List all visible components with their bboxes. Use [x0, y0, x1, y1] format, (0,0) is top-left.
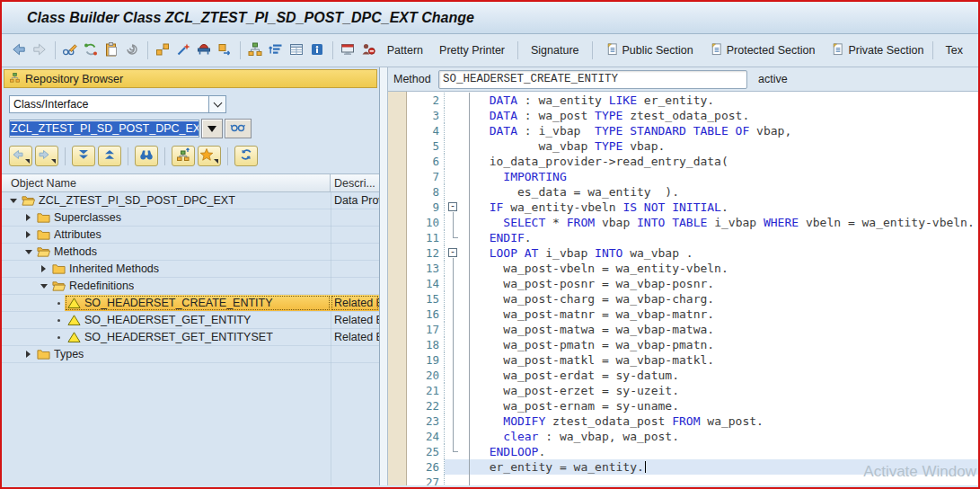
tree-item-description	[331, 346, 379, 362]
object-input-row: ZCL_ZTEST_PI_SD_POST_DPC_EXT	[9, 119, 372, 138]
main-toolbar: PatternPretty PrinterSignaturePublic Sec…	[2, 34, 978, 67]
tree-item-attributes[interactable]: Attributes	[2, 227, 379, 244]
code-line-11: 11 ENDIF.	[407, 230, 978, 245]
object-type-select[interactable]: Class/Interface	[9, 95, 226, 113]
refresh-button[interactable]	[81, 40, 102, 61]
tree-item-description	[331, 244, 379, 260]
expander-closed-icon[interactable]	[22, 231, 34, 238]
tree-item-types[interactable]: Types	[2, 346, 379, 363]
main-area: Repository Browser Class/Interface ZCL_Z…	[2, 67, 978, 485]
back-arrow-button[interactable]	[9, 40, 30, 61]
tree-item-zcl-ztest-pi-sd-post-dpc-ext[interactable]: ZCL_ZTEST_PI_SD_POST_DPC_EXTData Provi	[2, 192, 379, 209]
double-chevron-down-button[interactable]	[72, 146, 95, 166]
expander-open-icon[interactable]	[38, 284, 49, 289]
toolbar-button-tex[interactable]: Tex	[938, 40, 971, 61]
fold-column	[445, 184, 469, 200]
tree-item-inherited-methods[interactable]: Inherited Methods	[2, 261, 379, 278]
code-line-7: 7 IMPORTING	[407, 169, 978, 184]
nav-back-icon	[11, 147, 25, 164]
toolbar-button-signature[interactable]: Signature	[523, 40, 587, 61]
toolbar-button-label: Signature	[531, 44, 579, 57]
clipboard-button[interactable]	[102, 40, 122, 61]
nav-forward-button[interactable]	[35, 146, 58, 166]
gate-button[interactable]	[194, 40, 215, 61]
code-text: wa_post-erdat = sy-datum.	[469, 368, 978, 383]
folder-icon	[52, 262, 66, 275]
fold-column	[445, 429, 469, 444]
collapse-icon[interactable]: -	[448, 202, 457, 211]
fold-column	[445, 383, 469, 398]
tree-item-description	[331, 209, 379, 226]
line-number: 19	[407, 352, 445, 368]
tree-item-superclasses[interactable]: Superclasses	[2, 209, 379, 227]
code-line-15: 15 wa_post-charg = wa_vbap-charg.	[407, 291, 978, 307]
box-arrow-button[interactable]	[215, 40, 235, 61]
sort-bars-button[interactable]	[266, 40, 287, 61]
display-object-button[interactable]	[225, 119, 252, 138]
glasses-pencil-button[interactable]	[60, 40, 81, 61]
org-chart-icon	[247, 41, 263, 60]
star-button[interactable]	[198, 146, 221, 166]
toolbar-button-pattern[interactable]: Pattern	[379, 40, 431, 61]
code-text: IF wa_entity-vbeln IS NOT INITIAL.	[469, 200, 978, 215]
method-name-field[interactable]: SO_HEADERSET_CREATE_ENTITY	[438, 70, 747, 89]
panel-splitter[interactable]	[380, 67, 388, 485]
info-button[interactable]	[307, 40, 328, 61]
bullet-icon[interactable]	[53, 302, 65, 305]
forward-arrow-button[interactable]	[30, 40, 50, 61]
folder-open-icon	[52, 280, 66, 292]
org-chart-plus-button[interactable]	[172, 146, 195, 166]
binoculars-button[interactable]	[135, 146, 158, 166]
code-editor[interactable]: 2 DATA : wa_entity LIKE er_entity.3 DATA…	[388, 92, 978, 485]
expander-closed-icon[interactable]	[22, 214, 34, 221]
tree-item-name-cell: SO_HEADERSET_GET_ENTITY	[2, 312, 331, 328]
toolbar-button-public-section[interactable]: Public Section	[597, 40, 702, 61]
toolbar-button-protected-section[interactable]: Protected Section	[702, 40, 824, 61]
object-name-input[interactable]: ZCL_ZTEST_PI_SD_POST_DPC_EXT	[9, 120, 199, 138]
code-text: wa_vbap TYPE vbap.	[469, 138, 978, 154]
person-stop-button[interactable]	[358, 40, 379, 61]
code-line-23: 23 MODIFY ztest_odata_post FROM wa_post.	[407, 413, 978, 429]
tree-item-name-cell: SO_HEADERSET_CREATE_ENTITY	[2, 295, 331, 311]
fold-column	[445, 230, 469, 245]
bullet-icon[interactable]	[53, 319, 65, 322]
double-chevron-up-button[interactable]	[98, 146, 121, 166]
tree-item-so-headerset-get-entity[interactable]: SO_HEADERSET_GET_ENTITYRelated Er	[2, 312, 379, 329]
refresh-icon	[83, 41, 99, 60]
code-text: DATA : wa_post TYPE ztest_odata_post.	[469, 108, 978, 123]
tree-item-content: Inherited Methods	[49, 261, 331, 277]
chevron-down-icon[interactable]	[208, 96, 225, 112]
collapse-icon[interactable]: -	[448, 248, 457, 257]
expander-closed-icon[interactable]	[22, 351, 34, 358]
method-bar: Method SO_HEADERSET_CREATE_ENTITY active	[388, 67, 978, 92]
tree-item-so-headerset-get-entityset[interactable]: SO_HEADERSET_GET_ENTITYSETRelated Er	[2, 329, 379, 346]
wand-button[interactable]	[173, 40, 194, 61]
warning-triangle-icon	[67, 297, 81, 309]
boxes-create-button[interactable]	[153, 40, 173, 61]
code-text: wa_post-matnr = wa_vbap-matnr.	[469, 307, 978, 322]
toolbar-button-private-section[interactable]: Private Section	[823, 40, 931, 61]
object-history-dropdown-button[interactable]	[201, 119, 223, 138]
toolbar-button-pretty-printer[interactable]: Pretty Printer	[431, 40, 513, 61]
expander-closed-icon[interactable]	[38, 265, 49, 272]
monitor-button[interactable]	[338, 40, 358, 61]
code-text: wa_post-matkl = wa_vbap-matkl.	[469, 352, 978, 368]
expander-open-icon[interactable]	[22, 250, 34, 254]
tree-item-methods[interactable]: Methods	[2, 244, 379, 261]
code-text: wa_post-pmatn = wa_vbap-pmatn.	[469, 337, 978, 352]
tree-item-redefinitions[interactable]: Redefinitions	[2, 278, 379, 295]
fold-column: -	[445, 200, 469, 215]
glasses-pencil-icon	[62, 41, 78, 60]
spiral-button[interactable]	[122, 40, 143, 61]
binoculars-icon	[139, 147, 154, 164]
refresh-arrows-icon	[239, 147, 253, 164]
tree-item-content: ZCL_ZTEST_PI_SD_POST_DPC_EXT	[19, 192, 331, 209]
nav-back-button[interactable]	[9, 146, 32, 166]
table-button[interactable]	[287, 40, 307, 61]
section-icon	[831, 42, 844, 58]
expander-open-icon[interactable]	[7, 199, 19, 203]
tree-item-so-headerset-create-entity[interactable]: SO_HEADERSET_CREATE_ENTITYRelated Er	[2, 295, 379, 312]
refresh-arrows-button[interactable]	[234, 146, 258, 166]
org-chart-button[interactable]	[245, 40, 266, 61]
bullet-icon[interactable]	[53, 336, 65, 339]
